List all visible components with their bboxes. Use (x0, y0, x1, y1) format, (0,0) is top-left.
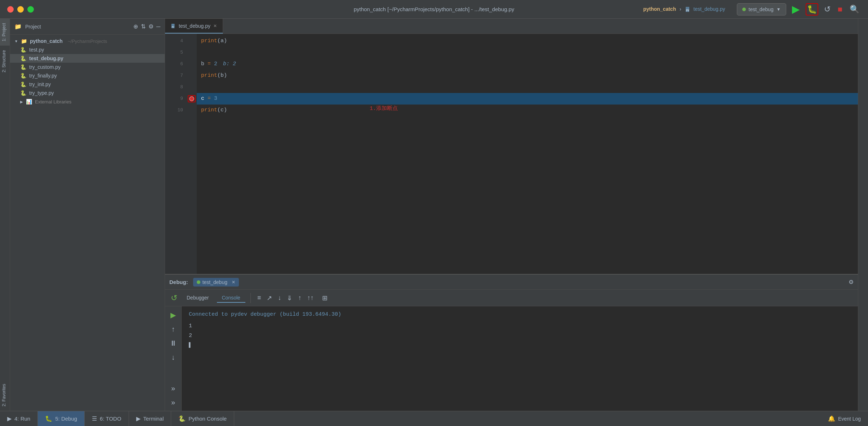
bp-slot-4[interactable] (187, 35, 197, 47)
filename-try-finally: try_finally.py (29, 73, 57, 79)
bp-slot-5[interactable] (187, 47, 197, 58)
resume-button[interactable]: ▶ (169, 309, 177, 321)
status-tab-terminal[interactable]: ▶ Terminal (129, 411, 172, 426)
window-controls (7, 6, 34, 13)
filename-test: test.py (29, 47, 44, 53)
debug-title: Debug: (169, 279, 188, 285)
sidebar-item-structure[interactable]: 2: Structure (0, 46, 10, 77)
py-file-icon: 🐍 (20, 64, 26, 70)
run-to-cursor-icon[interactable]: ↑↑ (306, 293, 315, 303)
py-file-icon: 🐍 (20, 81, 26, 87)
pause-button[interactable]: ⏸ (168, 338, 178, 349)
bp-slot-6[interactable] (187, 58, 197, 70)
debug-session-close[interactable]: ✕ (232, 280, 235, 285)
settings-icon[interactable]: ⚙ (148, 23, 153, 30)
more-2-side[interactable]: » (170, 397, 177, 408)
external-libraries[interactable]: ▶ 📊 External Libraries (10, 97, 165, 106)
file-test-debug-py[interactable]: 🐍 test_debug.py (10, 54, 165, 63)
filename-try-type: try_type.py (29, 90, 54, 96)
file-try-init-py[interactable]: 🐍 try_init.py (10, 80, 165, 89)
code-line-7: print(b) 1.添加断点 (197, 70, 858, 81)
debug-settings-icon[interactable]: ⚙ (849, 279, 854, 285)
breadcrumb-project[interactable]: python_catch (643, 6, 676, 12)
sidebar-item-project[interactable]: 1: Project (0, 19, 10, 46)
file-try-type-py[interactable]: 🐍 try_type.py (10, 89, 165, 97)
console-tab[interactable]: Console (217, 293, 245, 303)
debug-button[interactable]: 🐛 (806, 3, 818, 15)
more-side[interactable]: » (170, 383, 177, 394)
line-numbers: 4 5 6 7 8 9 10 (165, 34, 187, 274)
file-test-py[interactable]: 🐍 test.py (10, 45, 165, 54)
editor-wrapper: 2.运行debug 4 5 6 7 8 9 10 (165, 34, 858, 274)
sidebar-item-favorites[interactable]: 2: Favorites (0, 380, 10, 411)
py-file-icon: 🐍 (20, 73, 26, 79)
maximize-button[interactable] (27, 6, 34, 13)
file-try-finally-py[interactable]: 🐍 try_finally.py (10, 71, 165, 80)
python-console-tab-icon: 🐍 (178, 415, 186, 422)
run-button[interactable]: ▶ (791, 2, 801, 17)
file-try-custom-py[interactable]: 🐍 try_custom.py (10, 63, 165, 71)
panel-title: Project (25, 24, 41, 30)
evaluate-icon[interactable]: ⊞ (321, 293, 329, 303)
project-root-path: ~/PycharmProjects (68, 39, 107, 44)
tab-close-button[interactable]: ✕ (213, 23, 217, 28)
folder-icon: 📁 (21, 38, 27, 44)
step-into-icon[interactable]: ↓ (276, 293, 282, 303)
code-line-4: print(a) (197, 35, 858, 47)
rerun-button[interactable]: ↺ (823, 3, 832, 15)
toolbar-right: python_catch › py test_debug.py test_deb… (643, 2, 861, 17)
folder-icon: 📁 (14, 23, 22, 30)
status-tab-run[interactable]: ▶ 4: Run (0, 411, 38, 426)
run-config-selector[interactable]: test_debug ▼ (737, 3, 786, 15)
bp-slot-9[interactable] (187, 93, 197, 105)
debugger-rerun-button[interactable]: ↺ (169, 292, 179, 304)
code-line-10: print(c) (197, 105, 858, 116)
line-num-7: 7 (169, 70, 183, 81)
debugger-tab[interactable]: Debugger (182, 293, 214, 303)
py-file-icon: 🐍 (20, 56, 26, 61)
breakpoint-indicator (188, 95, 196, 102)
event-log-label[interactable]: Event Log (838, 416, 861, 422)
status-tab-todo[interactable]: ☰ 6: TODO (85, 411, 129, 426)
connected-message: Connected to pydev debugger (build 193.6… (189, 311, 851, 318)
search-button[interactable]: 🔍 (848, 3, 861, 15)
run-tab-label: 4: Run (14, 416, 30, 422)
show-frames-icon[interactable]: ≡ (256, 293, 263, 303)
code-line-5 (197, 47, 858, 58)
debug-output: Connected to pydev debugger (build 193.6… (182, 306, 858, 411)
debug-side-buttons: ▶ ↑ ⏸ ↓ » » (165, 306, 182, 411)
debug-session-name: test_debug (202, 279, 227, 285)
code-line-8 (197, 81, 858, 93)
collapse-icon[interactable]: ─ (156, 23, 160, 30)
minimize-button[interactable] (17, 6, 24, 13)
status-tab-python-console[interactable]: 🐍 Python Console (171, 411, 234, 426)
breakpoint-dot (189, 96, 194, 101)
event-log-icon: 🔔 (828, 415, 835, 422)
add-icon[interactable]: ⊕ (133, 23, 138, 30)
line-num-9: 9 (169, 93, 183, 105)
line-num-4: 4 (169, 35, 183, 47)
step-into-my-code-icon[interactable]: ⇓ (285, 293, 294, 303)
tree-root-folder[interactable]: ▼ 📁 python_catch ~/PycharmProjects (10, 37, 165, 45)
locate-icon[interactable]: ⇅ (141, 23, 146, 30)
debug-tab-icon: 🐛 (45, 415, 52, 422)
code-editor[interactable]: 4 5 6 7 8 9 10 (165, 34, 858, 274)
stop-button[interactable]: ■ (836, 3, 844, 15)
arrow-down-side[interactable]: ↓ (170, 352, 177, 363)
bp-slot-10[interactable] (187, 105, 197, 116)
status-tab-debug[interactable]: 🐛 5: Debug (38, 411, 85, 426)
code-line-9: c = 3 (197, 93, 858, 105)
bp-slot-7[interactable] (187, 70, 197, 81)
tab-test-debug[interactable]: py test_debug.py ✕ (165, 19, 223, 34)
bp-slot-8[interactable] (187, 81, 197, 93)
status-bar: ▶ 4: Run 🐛 5: Debug ☰ 6: TODO ▶ Terminal… (0, 411, 868, 426)
debug-session-tab[interactable]: test_debug ✕ (193, 278, 239, 287)
status-right: 🔔 Event Log (828, 415, 868, 422)
arrow-up-side[interactable]: ↑ (170, 324, 177, 335)
step-over-icon[interactable]: ↗ (265, 293, 273, 303)
close-button[interactable] (7, 6, 14, 13)
debug-console: ▶ ↑ ⏸ ↓ » » Connected to pydev debugger … (165, 306, 858, 411)
step-out-icon[interactable]: ↑ (297, 293, 303, 303)
tab-label: test_debug.py (179, 23, 210, 29)
toolbar-separator-1 (250, 293, 251, 303)
